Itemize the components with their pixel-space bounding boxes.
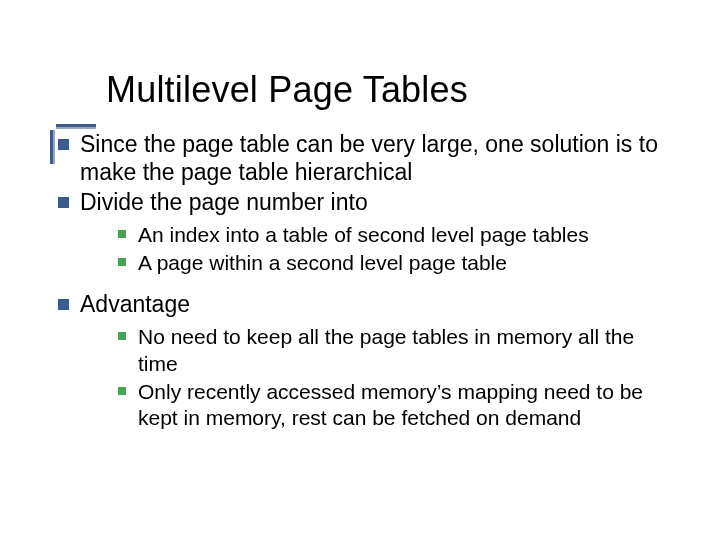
sub-list: An index into a table of second level pa… <box>118 222 670 277</box>
square-bullet-icon <box>58 139 69 150</box>
bullet-level1: Advantage <box>58 290 670 318</box>
bullet-level1: Divide the page number into <box>58 188 670 216</box>
bullet-text: Only recently accessed memory’s mapping … <box>138 380 643 429</box>
sub-list: No need to keep all the page tables in m… <box>118 324 670 431</box>
bullet-text: Advantage <box>80 291 190 317</box>
square-bullet-icon <box>58 299 69 310</box>
bullet-level1: Since the page table can be very large, … <box>58 130 670 186</box>
square-bullet-icon <box>118 258 126 266</box>
bullet-level2: An index into a table of second level pa… <box>118 222 670 248</box>
bullet-level2: No need to keep all the page tables in m… <box>118 324 670 377</box>
bullet-text: No need to keep all the page tables in m… <box>138 325 634 374</box>
slide-title: Multilevel Page Tables <box>106 70 670 110</box>
square-bullet-icon <box>118 387 126 395</box>
bullet-level2: A page within a second level page table <box>118 250 670 276</box>
bullet-text: An index into a table of second level pa… <box>138 223 589 246</box>
slide-body: Since the page table can be very large, … <box>58 130 670 432</box>
square-bullet-icon <box>58 197 69 208</box>
square-bullet-icon <box>118 230 126 238</box>
title-area: Multilevel Page Tables <box>106 70 670 110</box>
bullet-level2: Only recently accessed memory’s mapping … <box>118 379 670 432</box>
bullet-text: Since the page table can be very large, … <box>80 131 658 185</box>
slide: Multilevel Page Tables Since the page ta… <box>0 0 720 540</box>
bullet-text: Divide the page number into <box>80 189 368 215</box>
square-bullet-icon <box>118 332 126 340</box>
bullet-text: A page within a second level page table <box>138 251 507 274</box>
